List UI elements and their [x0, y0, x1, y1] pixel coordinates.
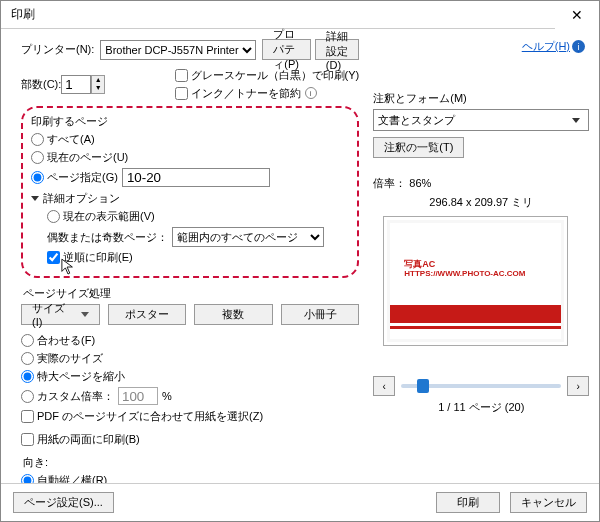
preview-red-bar	[390, 305, 561, 323]
page-slider[interactable]	[401, 384, 561, 388]
chevron-down-icon	[31, 196, 39, 201]
poster-button[interactable]: ポスター	[108, 304, 187, 325]
advanced-options-title: 詳細オプション	[43, 191, 120, 206]
save-ink-label: インク／トナーを節約	[191, 86, 301, 101]
comments-select[interactable]: 文書とスタンプ	[373, 109, 589, 131]
current-page-radio[interactable]	[31, 151, 44, 164]
paper-size-label: PDF のページサイズに合わせて用紙を選択(Z)	[37, 409, 263, 424]
comments-title: 注釈とフォーム(M)	[373, 91, 589, 106]
fit-label: 合わせる(F)	[37, 333, 95, 348]
odd-even-select[interactable]: 範囲内のすべてのページ	[172, 227, 324, 247]
advanced-options: 詳細オプション 現在の表示範囲(V) 偶数または奇数ページ： 範囲内のすべてのペ…	[31, 191, 349, 265]
help-text: ヘルプ(H)	[522, 39, 570, 54]
custom-scale-input[interactable]	[118, 387, 158, 405]
advanced-options-header[interactable]: 詳細オプション	[31, 191, 349, 206]
custom-scale-label: カスタム倍率：	[37, 389, 114, 404]
info-icon: i	[572, 40, 585, 53]
page-range-group: 印刷するページ すべて(A) 現在のページ(U) ページ指定(G)	[21, 106, 359, 278]
grayscale-checkbox[interactable]	[175, 69, 188, 82]
copies-spinner[interactable]: ▲ ▼	[91, 75, 105, 94]
orientation-title: 向き:	[23, 455, 359, 470]
page-range-title: 印刷するページ	[31, 114, 349, 129]
properties-button[interactable]: プロパティ(P)	[262, 39, 310, 60]
comments-value: 文書とスタンプ	[378, 113, 455, 128]
page-range-input[interactable]	[122, 168, 270, 187]
chevron-left-icon: ‹	[383, 381, 386, 392]
duplex-label: 用紙の両面に印刷(B)	[37, 432, 140, 447]
grayscale-label: グレースケール（白黒）で印刷(Y)	[191, 68, 360, 83]
title-bar: 印刷 ✕	[1, 1, 599, 29]
dialog-footer: ページ設定(S)... 印刷 キャンセル	[1, 483, 599, 521]
scale-value: 86%	[409, 177, 431, 189]
dialog-title: 印刷	[11, 6, 35, 23]
shrink-radio[interactable]	[21, 370, 34, 383]
current-page-label: 現在のページ(U)	[47, 150, 128, 165]
close-button[interactable]: ✕	[555, 1, 599, 29]
fit-radio[interactable]	[21, 334, 34, 347]
percent-label: %	[162, 390, 172, 402]
info-icon[interactable]: i	[305, 87, 317, 99]
printer-label: プリンター(N):	[21, 42, 94, 57]
page-count-label: 1 / 11 ページ (20)	[373, 400, 589, 415]
paper-size-checkbox[interactable]	[21, 410, 34, 423]
next-page-button[interactable]: ›	[567, 376, 589, 396]
printer-row: プリンター(N): Brother DCP-J557N Printer プロパテ…	[21, 39, 359, 60]
odd-even-label: 偶数または奇数ページ：	[47, 230, 168, 245]
scale-label: 倍率：	[373, 177, 406, 189]
current-view-radio[interactable]	[47, 210, 60, 223]
custom-scale-radio[interactable]	[21, 390, 34, 403]
all-pages-radio[interactable]	[31, 133, 44, 146]
chevron-down-icon	[81, 312, 89, 317]
slider-thumb[interactable]	[417, 379, 429, 393]
prev-page-button[interactable]: ‹	[373, 376, 395, 396]
reverse-order-checkbox[interactable]	[47, 251, 60, 264]
print-button[interactable]: 印刷	[436, 492, 500, 513]
page-setup-button[interactable]: ページ設定(S)...	[13, 492, 114, 513]
copies-label: 部数(C):	[21, 77, 61, 92]
left-column: プリンター(N): Brother DCP-J557N Printer プロパテ…	[21, 39, 359, 522]
preview-watermark-2: HTTPS://WWW.PHOTO-AC.COM	[404, 269, 525, 278]
multiple-button[interactable]: 複数	[194, 304, 273, 325]
spinner-down-icon[interactable]: ▼	[92, 84, 104, 93]
help-link[interactable]: ヘルプ(H) i	[522, 39, 585, 54]
actual-size-radio[interactable]	[21, 352, 34, 365]
page-range-radio[interactable]	[31, 171, 44, 184]
actual-size-label: 実際のサイズ	[37, 351, 103, 366]
page-slider-row: ‹ ›	[373, 376, 589, 396]
cursor-icon	[61, 258, 75, 276]
chevron-right-icon: ›	[577, 381, 580, 392]
save-ink-checkbox[interactable]	[175, 87, 188, 100]
current-view-label: 現在の表示範囲(V)	[63, 209, 155, 224]
close-icon: ✕	[571, 7, 583, 23]
size-button[interactable]: サイズ(I)	[21, 304, 100, 325]
advanced-settings-button[interactable]: 詳細設定(D)	[315, 39, 360, 60]
page-range-label: ページ指定(G)	[47, 170, 118, 185]
printer-select[interactable]: Brother DCP-J557N Printer	[100, 40, 256, 60]
spinner-up-icon[interactable]: ▲	[92, 76, 104, 85]
preview-page: 写真AC HTTPS://WWW.PHOTO-AC.COM	[390, 223, 561, 339]
print-dialog: 印刷 ✕ ヘルプ(H) i プリンター(N): Brother DCP-J557…	[0, 0, 600, 522]
sizing-title: ページサイズ処理	[23, 286, 359, 301]
preview-dimensions: 296.84 x 209.97 ミリ	[373, 195, 589, 210]
shrink-label: 特大ページを縮小	[37, 369, 125, 384]
chevron-down-icon	[572, 118, 580, 123]
cancel-button[interactable]: キャンセル	[510, 492, 587, 513]
duplex-checkbox[interactable]	[21, 433, 34, 446]
preview-box: 写真AC HTTPS://WWW.PHOTO-AC.COM	[383, 216, 568, 346]
right-column: 注釈とフォーム(M) 文書とスタンプ 注釈の一覧(T) 倍率： 86% 296.…	[373, 39, 589, 522]
comments-summary-button[interactable]: 注釈の一覧(T)	[373, 137, 464, 158]
booklet-button[interactable]: 小冊子	[281, 304, 360, 325]
all-pages-label: すべて(A)	[47, 132, 95, 147]
copies-input[interactable]	[61, 75, 91, 94]
sizing-mode-row: サイズ(I) ポスター 複数 小冊子	[21, 304, 359, 325]
preview-red-line	[390, 326, 561, 329]
